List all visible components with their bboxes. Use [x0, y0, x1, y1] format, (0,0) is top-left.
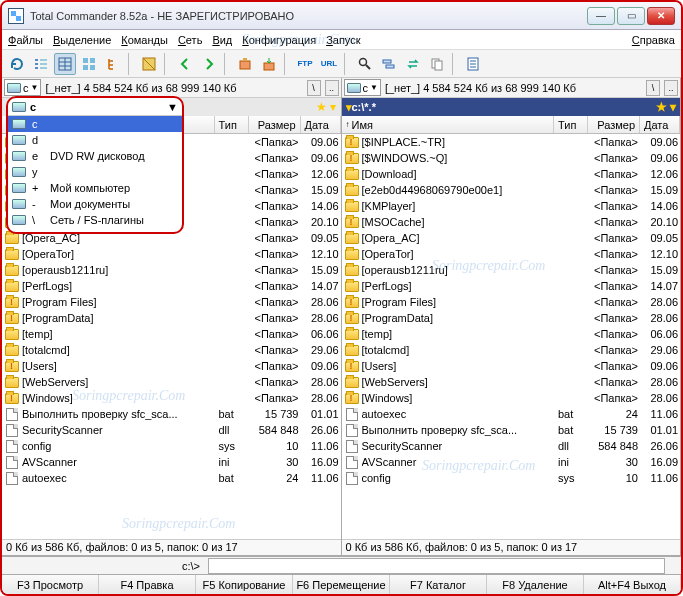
file-row[interactable]: [Program Files]<Папка>28.06: [2, 294, 341, 310]
drive-option[interactable]: \Сеть / FS-плагины: [8, 212, 182, 228]
file-row[interactable]: [operausb1211ru]<Папка>15.09: [342, 262, 681, 278]
command-input[interactable]: [208, 558, 665, 574]
file-row[interactable]: [totalcmd]<Папка>29.06: [2, 342, 341, 358]
file-row[interactable]: [Users]<Папка>09.06: [2, 358, 341, 374]
file-row[interactable]: [ProgramData]<Папка>28.06: [342, 310, 681, 326]
file-row[interactable]: [OperaTor]<Папка>12.10: [342, 246, 681, 262]
file-row[interactable]: Выполнить проверку sfc_sca...bat15 73901…: [2, 406, 341, 422]
tb-notepad[interactable]: [462, 53, 484, 75]
file-row[interactable]: [OperaTor]<Папка>12.10: [2, 246, 341, 262]
minimize-button[interactable]: —: [587, 7, 615, 25]
col-date[interactable]: Дата: [301, 116, 341, 133]
tb-tree[interactable]: [102, 53, 124, 75]
star-icon[interactable]: ★ ▾: [656, 100, 676, 114]
col-date[interactable]: Дата: [640, 116, 680, 133]
titlebar[interactable]: Total Commander 8.52a - НЕ ЗАРЕГИСТРИРОВ…: [2, 2, 681, 30]
file-row[interactable]: [Program Files]<Папка>28.06: [342, 294, 681, 310]
col-ext[interactable]: Тип: [554, 116, 588, 133]
tb-brief[interactable]: [30, 53, 52, 75]
file-row[interactable]: [operausb1211ru]<Папка>15.09: [2, 262, 341, 278]
file-row[interactable]: [Users]<Папка>09.06: [342, 358, 681, 374]
maximize-button[interactable]: ▭: [617, 7, 645, 25]
right-up-button[interactable]: ..: [664, 80, 678, 96]
file-row[interactable]: [Opera_AC]<Папка>09.05: [342, 230, 681, 246]
tb-url[interactable]: URL: [318, 53, 340, 75]
file-row[interactable]: configsys1011.06: [2, 438, 341, 454]
col-size[interactable]: Размер: [588, 116, 640, 133]
file-row[interactable]: [WebServers]<Папка>28.06: [2, 374, 341, 390]
tb-multirename[interactable]: [378, 53, 400, 75]
menu-mark[interactable]: Выделение: [53, 34, 111, 46]
file-row[interactable]: [$INPLACE.~TR]<Папка>09.06: [342, 134, 681, 150]
tb-forward[interactable]: [198, 53, 220, 75]
drive-option[interactable]: +Мой компьютер: [8, 180, 182, 196]
tb-unpack[interactable]: [258, 53, 280, 75]
tb-ftp[interactable]: FTP: [294, 53, 316, 75]
altf4-button[interactable]: Alt+F4 Выход: [584, 575, 681, 594]
file-row[interactable]: SecurityScannerdll584 84826.06: [342, 438, 681, 454]
drive-option[interactable]: -Мои документы: [8, 196, 182, 212]
f8-button[interactable]: F8 Удаление: [487, 575, 584, 594]
file-row[interactable]: Выполнить проверку sfc_sca...bat15 73901…: [342, 422, 681, 438]
right-drive-select[interactable]: c ▼: [344, 79, 381, 96]
file-row[interactable]: [e2eb0d44968069790e00e1]<Папка>15.09: [342, 182, 681, 198]
f3-button[interactable]: F3 Просмотр: [2, 575, 99, 594]
tb-pack[interactable]: [234, 53, 256, 75]
file-row[interactable]: [temp]<Папка>06.06: [2, 326, 341, 342]
file-row[interactable]: [temp]<Папка>06.06: [342, 326, 681, 342]
tb-back[interactable]: [174, 53, 196, 75]
menu-view[interactable]: Вид: [212, 34, 232, 46]
drive-option[interactable]: c: [8, 116, 182, 132]
f6-button[interactable]: F6 Перемещение: [293, 575, 390, 594]
tb-refresh[interactable]: [6, 53, 28, 75]
file-row[interactable]: [ProgramData]<Папка>28.06: [2, 310, 341, 326]
menu-help[interactable]: Справка: [632, 34, 675, 46]
f4-button[interactable]: F4 Правка: [99, 575, 196, 594]
file-row[interactable]: [MSOCache]<Папка>20.10: [342, 214, 681, 230]
menu-config[interactable]: Конфигурация: [242, 34, 316, 46]
file-row[interactable]: autoexecbat2411.06: [2, 470, 341, 486]
menu-start[interactable]: Запуск: [326, 34, 360, 46]
file-row[interactable]: [PerfLogs]<Папка>14.07: [2, 278, 341, 294]
close-button[interactable]: ✕: [647, 7, 675, 25]
col-size[interactable]: Размер: [249, 116, 301, 133]
col-ext[interactable]: Тип: [215, 116, 249, 133]
tb-copy-names[interactable]: [426, 53, 448, 75]
right-filelist[interactable]: [$INPLACE.~TR]<Папка>09.06[$WINDOWS.~Q]<…: [342, 134, 681, 539]
menu-commands[interactable]: Команды: [121, 34, 168, 46]
menu-files[interactable]: Файлы: [8, 34, 43, 46]
f5-button[interactable]: F5 Копирование: [196, 575, 293, 594]
file-row[interactable]: AVScannerini3016.09: [2, 454, 341, 470]
tb-thumbs[interactable]: [78, 53, 100, 75]
file-row[interactable]: [WebServers]<Папка>28.06: [342, 374, 681, 390]
file-row[interactable]: [$WINDOWS.~Q]<Папка>09.06: [342, 150, 681, 166]
tb-sync[interactable]: [402, 53, 424, 75]
drive-dropdown[interactable]: c ▼ cdeDVD RW дисководy+Мой компьютер-Мо…: [6, 96, 184, 234]
left-up-button[interactable]: ..: [325, 80, 339, 96]
f7-button[interactable]: F7 Каталог: [390, 575, 487, 594]
right-pathbar[interactable]: ▾c:\*.* ★ ▾: [342, 98, 681, 116]
left-drive-select[interactable]: c ▼: [4, 79, 41, 96]
file-row[interactable]: [Download]<Папка>12.06: [342, 166, 681, 182]
file-row[interactable]: configsys1011.06: [342, 470, 681, 486]
tb-full[interactable]: [54, 53, 76, 75]
tb-invert[interactable]: [138, 53, 160, 75]
drive-option[interactable]: y: [8, 164, 182, 180]
file-row[interactable]: [Windows]<Папка>28.06: [2, 390, 341, 406]
menu-net[interactable]: Сеть: [178, 34, 202, 46]
tb-search[interactable]: [354, 53, 376, 75]
drive-option[interactable]: eDVD RW дисковод: [8, 148, 182, 164]
star-icon[interactable]: ★ ▾: [316, 100, 336, 114]
file-row[interactable]: [Windows]<Папка>28.06: [342, 390, 681, 406]
file-row[interactable]: SecurityScannerdll584 84826.06: [2, 422, 341, 438]
file-row[interactable]: AVScannerini3016.09: [342, 454, 681, 470]
file-row[interactable]: [KMPlayer]<Папка>14.06: [342, 198, 681, 214]
left-root-button[interactable]: \: [307, 80, 321, 96]
file-row[interactable]: autoexecbat2411.06: [342, 406, 681, 422]
right-root-button[interactable]: \: [646, 80, 660, 96]
col-name[interactable]: ↑Имя: [342, 116, 555, 133]
right-column-header[interactable]: ↑Имя Тип Размер Дата: [342, 116, 681, 134]
file-row[interactable]: [totalcmd]<Папка>29.06: [342, 342, 681, 358]
drive-option[interactable]: d: [8, 132, 182, 148]
file-row[interactable]: [PerfLogs]<Папка>14.07: [342, 278, 681, 294]
